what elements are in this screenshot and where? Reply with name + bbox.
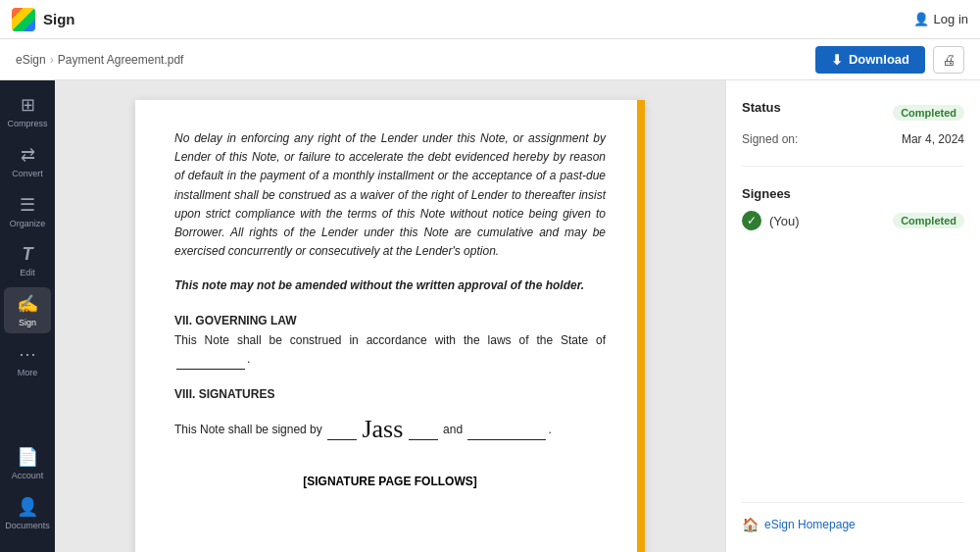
status-label: Status: [742, 100, 781, 115]
main-layout: ⊞ Compress ⇄ Convert ☰ Organize T Edit ✍…: [0, 80, 980, 552]
app-title: Sign: [43, 11, 906, 27]
sidebar-label-more: More: [18, 368, 38, 377]
right-panel: Status Completed Signed on: Mar 4, 2024 …: [725, 80, 980, 552]
sign-icon: ✍: [17, 293, 38, 315]
download-button[interactable]: ⬇ Download: [815, 46, 925, 74]
sidebar-label-compress: Compress: [8, 119, 48, 128]
sidebar-item-compress[interactable]: ⊞ Compress: [4, 88, 51, 134]
edit-icon: T: [23, 244, 33, 265]
doc-section8-title: VIII. SIGNATURES: [174, 387, 606, 401]
breadcrumb-current: Payment Agreement.pdf: [58, 53, 184, 67]
check-icon: ✓: [742, 211, 761, 230]
documents-icon: 📄: [17, 446, 38, 468]
esign-link-label: eSign Homepage: [764, 518, 856, 531]
doc-section-7: VII. GOVERNING LAW This Note shall be co…: [174, 314, 606, 370]
login-button[interactable]: 👤 Log in: [913, 12, 968, 26]
signee-name: (You): [769, 214, 800, 228]
sidebar-label-documents: Account: [12, 471, 44, 480]
app-logo: [12, 8, 35, 31]
doc-side-bar: [637, 100, 645, 552]
sidebar-label-edit: Edit: [20, 268, 35, 277]
status-section: Status Completed Signed on: Mar 4, 2024: [742, 100, 964, 146]
signees-label: Signees: [742, 186, 964, 201]
signee-badge: Completed: [893, 213, 964, 228]
signed-date: Mar 4, 2024: [902, 132, 964, 146]
subheader-actions: ⬇ Download 🖨: [815, 46, 964, 74]
sidebar-item-documents[interactable]: 📄 Account: [4, 440, 51, 486]
sig-line-2: [467, 421, 546, 440]
subheader: eSign › Payment Agreement.pdf ⬇ Download…: [0, 39, 980, 80]
status-row: Status Completed: [742, 100, 964, 125]
print-button[interactable]: 🖨: [933, 46, 964, 74]
sidebar-item-convert[interactable]: ⇄ Convert: [4, 138, 51, 184]
sig-page-follows: [SIGNATURE PAGE FOLLOWS]: [174, 475, 606, 488]
doc-blank-line: [176, 350, 245, 370]
sidebar-label-convert: Convert: [12, 169, 43, 178]
sidebar: ⊞ Compress ⇄ Convert ☰ Organize T Edit ✍…: [0, 80, 55, 552]
breadcrumb: eSign › Payment Agreement.pdf: [16, 53, 809, 67]
doc-section8-text: This Note shall be signed by Jass and .: [174, 405, 606, 446]
more-icon: ⋯: [19, 343, 36, 365]
sig-line-after: [409, 421, 438, 440]
panel-divider: [742, 166, 964, 167]
status-badge: Completed: [893, 105, 964, 121]
sidebar-label-account: Documents: [5, 521, 50, 530]
signed-row: Signed on: Mar 4, 2024: [742, 132, 964, 146]
convert-icon: ⇄: [21, 144, 35, 166]
signee-row: ✓ (You) Completed: [742, 211, 964, 230]
user-icon: 👤: [913, 12, 929, 26]
topbar: Sign 👤 Log in: [0, 0, 980, 39]
signed-label: Signed on:: [742, 132, 798, 146]
signees-section: Signees ✓ (You) Completed: [742, 186, 964, 230]
account-icon: 👤: [17, 496, 38, 518]
sidebar-item-more[interactable]: ⋯ More: [4, 337, 51, 383]
sig-line-before: [327, 421, 357, 440]
organize-icon: ☰: [20, 194, 35, 216]
sidebar-item-edit[interactable]: T Edit: [4, 238, 51, 283]
document-page: No delay in enforcing any right of the L…: [135, 100, 645, 552]
doc-section-8: VIII. SIGNATURES This Note shall be sign…: [174, 387, 606, 446]
sidebar-item-organize[interactable]: ☰ Organize: [4, 188, 51, 234]
sidebar-label-sign: Sign: [19, 318, 36, 327]
home-icon: 🏠: [742, 517, 759, 532]
sidebar-label-organize: Organize: [10, 219, 46, 228]
sidebar-item-account[interactable]: 👤 Documents: [4, 490, 51, 536]
breadcrumb-parent[interactable]: eSign: [16, 53, 46, 67]
doc-paragraph-1: No delay in enforcing any right of the L…: [174, 129, 606, 261]
signature: Jass: [362, 409, 403, 450]
doc-section7-title: VII. GOVERNING LAW: [174, 314, 606, 327]
esign-homepage-link[interactable]: 🏠 eSign Homepage: [742, 502, 964, 532]
doc-section7-text: This Note shall be construed in accordan…: [174, 331, 606, 370]
print-icon: 🖨: [942, 52, 956, 68]
download-icon: ⬇: [831, 52, 843, 68]
breadcrumb-separator: ›: [50, 53, 54, 67]
sidebar-bottom: 📄 Account 👤 Documents: [4, 440, 51, 544]
sidebar-item-sign[interactable]: ✍ Sign: [4, 287, 51, 333]
doc-bold-note: This note may not be amended without the…: [174, 276, 606, 295]
compress-icon: ⊞: [21, 94, 35, 116]
document-area: No delay in enforcing any right of the L…: [55, 80, 725, 552]
signee-info: ✓ (You): [742, 211, 800, 230]
